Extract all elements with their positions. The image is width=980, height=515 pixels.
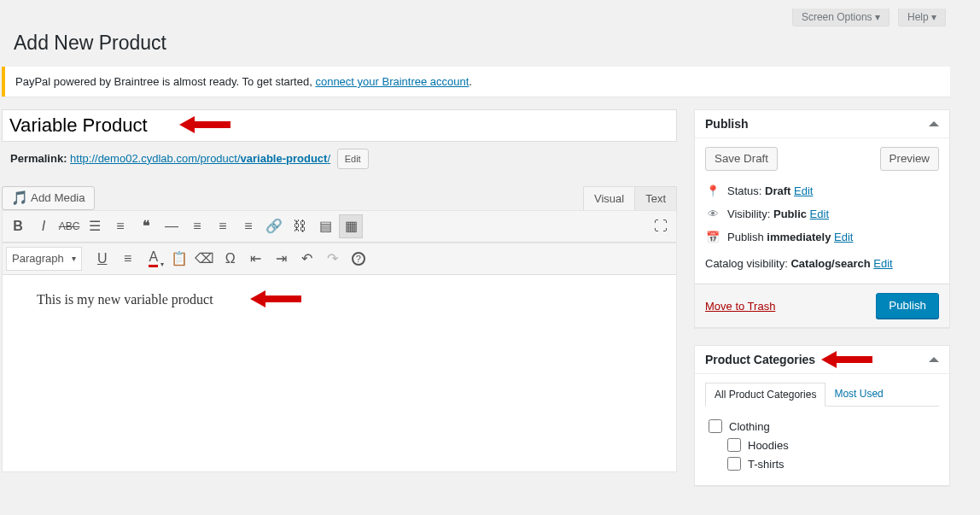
edit-catalog-link[interactable]: Edit (873, 257, 892, 270)
calendar-icon: 📅 (705, 231, 720, 243)
hr-button[interactable]: — (160, 214, 184, 238)
more-button[interactable]: ▤ (313, 214, 337, 238)
category-checkbox[interactable] (727, 438, 741, 452)
edit-date-link[interactable]: Edit (834, 231, 853, 243)
align-left-button[interactable]: ≡ (185, 214, 209, 238)
text-color-button[interactable]: A (142, 247, 166, 271)
categories-box: Product Categories All Product Categorie… (694, 345, 950, 486)
special-char-button[interactable]: Ω (219, 247, 242, 271)
help-tab[interactable]: Help ▾ (898, 9, 946, 26)
eye-icon: 👁 (705, 208, 720, 220)
bold-button[interactable]: B (6, 214, 30, 238)
all-categories-tab[interactable]: All Product Categories (705, 383, 825, 407)
add-media-button[interactable]: 🎵 Add Media (2, 186, 95, 210)
underline-button[interactable]: U (90, 247, 114, 271)
category-checkbox[interactable] (709, 419, 722, 433)
move-to-trash-link[interactable]: Move to Trash (705, 300, 775, 313)
svg-marker-2 (821, 351, 872, 368)
publish-heading: Publish (705, 117, 749, 131)
category-item[interactable]: Clothing (709, 417, 936, 436)
editor-toolbar-row2: Paragraph U ≡ A 📋 ⌫ Ω ⇤ ⇥ ↶ ↷ ? (3, 243, 676, 275)
preview-button[interactable]: Preview (880, 147, 939, 171)
categories-heading: Product Categories (705, 353, 815, 366)
editor-toolbar-row1: B I ABC ☰ ≡ ❝ — ≡ ≡ ≡ 🔗 ⛓ ▤ ▦ ⛶ (3, 211, 676, 243)
indent-button[interactable]: ⇥ (270, 247, 294, 271)
arrow-annotation (250, 289, 301, 309)
screen-options-tab[interactable]: Screen Options ▾ (792, 9, 890, 26)
category-checkbox[interactable] (727, 457, 741, 471)
permalink-link[interactable]: http://demo02.cydlab.com/product/variabl… (70, 152, 330, 165)
help-button[interactable]: ? (347, 247, 370, 271)
category-item[interactable]: T-shirts (727, 454, 936, 473)
undo-button[interactable]: ↶ (295, 247, 319, 271)
paste-text-button[interactable]: 📋 (167, 247, 191, 271)
pin-icon: 📍 (705, 184, 720, 197)
redo-button[interactable]: ↷ (321, 247, 345, 271)
category-item[interactable]: Hoodies (727, 436, 936, 454)
most-used-tab[interactable]: Most Used (825, 383, 891, 406)
edit-status-link[interactable]: Edit (794, 184, 813, 197)
unlink-button[interactable]: ⛓ (288, 214, 312, 238)
braintree-connect-link[interactable]: connect your Braintree account (315, 75, 469, 88)
strike-button[interactable]: ABC (57, 214, 81, 238)
italic-button[interactable]: I (32, 214, 55, 238)
link-button[interactable]: 🔗 (262, 214, 286, 238)
svg-marker-1 (250, 290, 301, 307)
fullscreen-button[interactable]: ⛶ (649, 214, 673, 238)
blockquote-button[interactable]: ❝ (134, 214, 158, 238)
product-title-input[interactable] (2, 109, 677, 142)
toggle-publish-icon[interactable] (929, 121, 939, 126)
publish-box: Publish Save Draft Preview 📍 Status: Dra… (694, 109, 950, 328)
visual-tab[interactable]: Visual (584, 187, 634, 210)
braintree-notice: PayPal powered by Braintree is almost re… (2, 67, 950, 97)
outdent-button[interactable]: ⇤ (244, 247, 268, 271)
align-right-button[interactable]: ≡ (236, 214, 260, 238)
kitchen-sink-button[interactable]: ▦ (339, 214, 363, 238)
permalink-row: Permalink: http://demo02.cydlab.com/prod… (2, 142, 677, 176)
text-tab[interactable]: Text (634, 187, 676, 210)
publish-button[interactable]: Publish (876, 293, 939, 319)
category-list[interactable]: Clothing Hoodies T-shirts (705, 413, 939, 477)
align-center-button[interactable]: ≡ (211, 214, 235, 238)
editor-content[interactable]: This is my new variable product (3, 275, 676, 471)
edit-slug-button[interactable]: Edit (337, 149, 369, 169)
edit-visibility-link[interactable]: Edit (810, 208, 829, 220)
bullet-list-button[interactable]: ☰ (83, 214, 107, 238)
arrow-annotation (821, 349, 872, 370)
paragraph-select[interactable]: Paragraph (6, 247, 82, 271)
page-title: Add New Product (14, 32, 963, 55)
save-draft-button[interactable]: Save Draft (705, 147, 778, 171)
media-icon: 🎵 (11, 187, 28, 209)
number-list-button[interactable]: ≡ (108, 214, 132, 238)
toggle-categories-icon[interactable] (929, 357, 939, 362)
align-justify-button[interactable]: ≡ (116, 247, 140, 271)
clear-format-button[interactable]: ⌫ (193, 247, 217, 271)
